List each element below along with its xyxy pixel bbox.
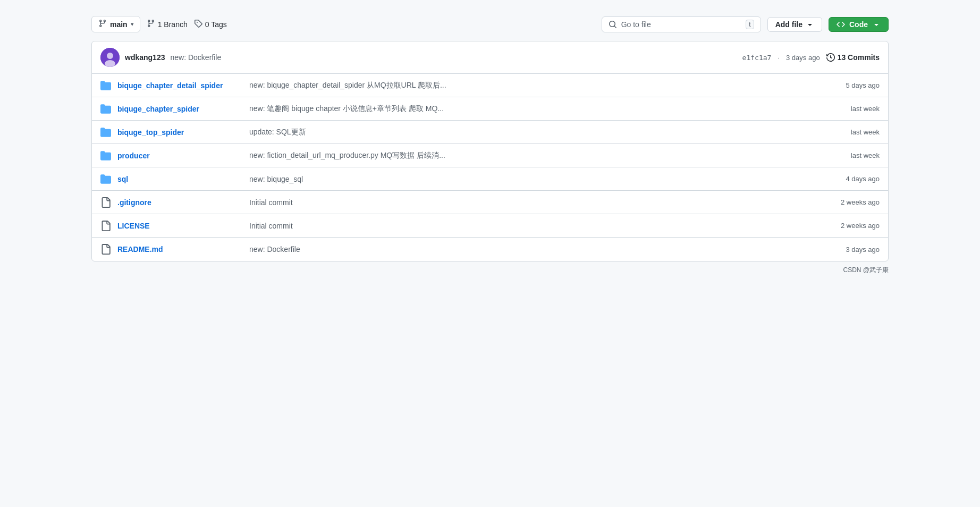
commit-hash[interactable]: e1fc1a7 (742, 54, 772, 62)
branch-icon (98, 19, 107, 29)
file-name[interactable]: biquge_chapter_spider (117, 105, 234, 113)
folder-icon-svg (100, 150, 111, 161)
file-time: 4 days ago (832, 175, 880, 183)
branch-count-label: 1 Branch (158, 20, 188, 29)
search-icon (609, 20, 617, 29)
folder-icon-svg (100, 80, 111, 91)
avatar[interactable] (100, 48, 120, 67)
commit-author[interactable]: wdkang123 (125, 53, 165, 62)
branch-count-icon (147, 19, 155, 29)
history-icon (826, 53, 835, 62)
folder-icon (100, 104, 111, 114)
file-name[interactable]: sql (117, 175, 234, 183)
add-file-chevron-icon (806, 20, 814, 29)
file-name[interactable]: LICENSE (117, 222, 234, 230)
file-commit-message: update: SQL更新 (241, 128, 825, 137)
file-time: last week (832, 105, 880, 113)
table-row: biquge_chapter_spidernew: 笔趣阁 biquge cha… (92, 97, 888, 121)
commits-link[interactable]: 13 Commits (826, 53, 880, 62)
toolbar: main ▾ 1 Branch 0 Tags (91, 16, 889, 32)
table-row: .gitignoreInitial commit2 weeks ago (92, 191, 888, 214)
tags-count[interactable]: 0 Tags (194, 19, 227, 29)
file-time: 3 days ago (832, 246, 880, 254)
table-row: biquge_top_spiderupdate: SQL更新last week (92, 121, 888, 144)
file-commit-message: Initial commit (241, 198, 825, 207)
file-time: 5 days ago (832, 81, 880, 89)
folder-icon (100, 127, 111, 138)
file-name[interactable]: producer (117, 151, 234, 160)
branch-selector[interactable]: main ▾ (91, 16, 140, 32)
add-file-label: Add file (775, 20, 802, 29)
commit-meta: e1fc1a7 · 3 days ago 13 Commits (742, 53, 880, 62)
file-icon-svg (100, 244, 111, 255)
goto-file-field[interactable] (621, 20, 742, 29)
table-row: producernew: fiction_detail_url_mq_produ… (92, 144, 888, 167)
file-name[interactable]: biquge_chapter_detail_spider (117, 81, 234, 90)
file-name[interactable]: README.md (117, 245, 234, 254)
folder-icon-svg (100, 174, 111, 184)
file-commit-message: Initial commit (241, 222, 825, 230)
branch-name: main (110, 20, 128, 29)
code-button[interactable]: Code (829, 17, 889, 32)
file-icon (100, 221, 111, 231)
folder-icon-svg (100, 127, 111, 138)
table-row: LICENSEInitial commit2 weeks ago (92, 214, 888, 238)
commit-header-row: wdkang123 new: Dockerfile e1fc1a7 · 3 da… (92, 41, 888, 74)
file-commit-message: new: fiction_detail_url_mq_producer.py M… (241, 151, 825, 160)
file-commit-message: new: 笔趣阁 biquge chapter 小说信息+章节列表 爬取 MQ.… (241, 104, 825, 114)
watermark: CSDN @武子康 (91, 266, 889, 275)
main-container: main ▾ 1 Branch 0 Tags (91, 16, 889, 275)
code-label: Code (849, 20, 868, 29)
folder-icon (100, 174, 111, 184)
svg-point-1 (107, 53, 113, 59)
table-row: README.mdnew: Dockerfile3 days ago (92, 238, 888, 261)
branch-count[interactable]: 1 Branch (147, 19, 188, 29)
file-name[interactable]: biquge_top_spider (117, 128, 234, 137)
file-icon-svg (100, 197, 111, 208)
tag-icon (194, 19, 202, 29)
file-commit-message: new: biquge_chapter_detail_spider 从MQ拉取U… (241, 81, 825, 90)
table-row: biquge_chapter_detail_spidernew: biquge_… (92, 74, 888, 97)
file-time: last week (832, 128, 880, 136)
avatar-image (100, 48, 120, 67)
code-chevron-icon (872, 20, 881, 29)
commit-message: new: Dockerfile (170, 53, 221, 62)
file-icon-svg (100, 221, 111, 231)
file-time: last week (832, 151, 880, 159)
commit-separator: · (778, 54, 780, 62)
folder-icon (100, 80, 111, 91)
file-time: 2 weeks ago (832, 198, 880, 206)
file-name[interactable]: .gitignore (117, 198, 234, 207)
folder-icon-svg (100, 104, 111, 114)
goto-file-input[interactable]: t (602, 16, 761, 32)
file-rows-container: biquge_chapter_detail_spidernew: biquge_… (92, 74, 888, 261)
file-commit-message: new: biquge_sql (241, 175, 825, 183)
folder-icon (100, 150, 111, 161)
add-file-button[interactable]: Add file (767, 17, 822, 32)
commits-label: 13 Commits (838, 53, 880, 62)
branch-chevron-icon: ▾ (131, 21, 133, 27)
file-commit-message: new: Dockerfile (241, 245, 825, 254)
commit-time: 3 days ago (786, 54, 820, 62)
file-table: wdkang123 new: Dockerfile e1fc1a7 · 3 da… (91, 41, 889, 261)
keyboard-shortcut: t (746, 20, 754, 29)
file-time: 2 weeks ago (832, 222, 880, 230)
file-icon (100, 197, 111, 208)
table-row: sqlnew: biquge_sql4 days ago (92, 167, 888, 191)
tags-count-label: 0 Tags (205, 20, 227, 29)
code-icon (837, 20, 845, 29)
file-icon (100, 244, 111, 255)
